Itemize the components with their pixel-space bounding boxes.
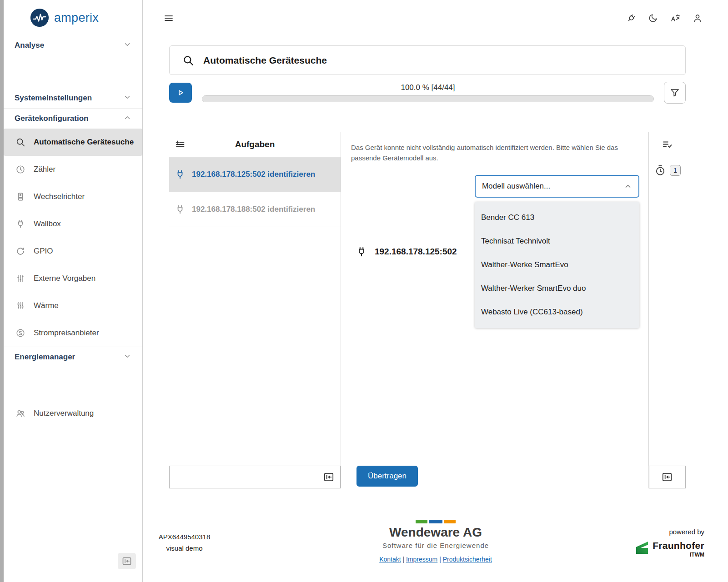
wendeware-color-bar-icon (416, 520, 456, 523)
sidebar-nav: Analyse Systemeinstellungen Gerätekonfig… (4, 35, 142, 426)
app-root: amperix Analyse Systemeinstellungen Gerä… (0, 0, 728, 582)
hamburger-menu-button[interactable] (163, 13, 174, 24)
history-count-badge: 1 (670, 165, 681, 176)
sidebar-item-waerme[interactable]: Wärme (4, 292, 142, 319)
sidebar-item-nutzerverwaltung[interactable]: Nutzerverwaltung (4, 401, 142, 426)
task-row[interactable]: 192.168.178.188:502 identifizieren (169, 192, 341, 227)
company-tagline: Software für die Energiewende (382, 542, 489, 549)
start-scan-button[interactable] (169, 83, 192, 103)
gpio-icon (15, 246, 25, 256)
scan-progress: 100.0 % [44/44] (202, 83, 654, 102)
history-row: 1 (649, 157, 686, 176)
sidebar-item-label: Wärme (34, 301, 59, 310)
scan-progress-section: 100.0 % [44/44] (169, 82, 686, 104)
sidebar-section-geraetekonfiguration[interactable]: Gerätekonfiguration (4, 108, 142, 129)
task-log-button[interactable] (649, 132, 686, 157)
list-check-icon (662, 139, 673, 150)
task-row[interactable]: 192.168.178.125:502 identifizieren (169, 157, 341, 192)
plug-icon (175, 204, 186, 215)
sidebar-section-systemeinstellungen[interactable]: Systemeinstellungen (4, 88, 142, 108)
model-option[interactable]: Walther-Werker SmartEvo duo (475, 277, 639, 300)
sidebar-item-label: Zähler (34, 165, 55, 174)
chevron-down-icon (123, 40, 131, 50)
sidebar-item-strompreisanbieter[interactable]: Strompreisanbieter (4, 319, 142, 347)
device-row: 192.168.178.125:502 Modell auswählen... … (351, 175, 639, 328)
topbar-actions (626, 13, 703, 24)
sidebar-item-wallbox[interactable]: Wallbox (4, 210, 142, 238)
model-option[interactable]: Webasto Live (CC613-based) (475, 300, 639, 324)
sidebar-item-label: Nutzerverwaltung (34, 409, 94, 418)
rail-collapse-button[interactable] (649, 466, 686, 488)
plug-icon (175, 169, 186, 180)
model-select-wrapper: Modell auswählen... Bender CC 613 Techni… (475, 175, 639, 328)
right-rail: 1 (648, 132, 686, 488)
timer-icon (654, 164, 666, 176)
users-icon (15, 408, 25, 418)
sidebar-item-automatische-geraetesuche[interactable]: Automatische Gerätesuche (4, 129, 142, 156)
sidebar-item-wechselrichter[interactable]: Wechselrichter (4, 183, 142, 210)
powered-by-block: powered by Fraunhofer ITWM (635, 528, 704, 558)
top-bar (143, 0, 728, 36)
connection-status-button[interactable] (626, 13, 636, 23)
link-impressum[interactable]: Impressum (406, 556, 437, 563)
content-section: Aufgaben 192.168.178.125:502 identifizie… (169, 132, 686, 488)
language-switch-button[interactable] (670, 13, 681, 24)
funnel-icon (669, 87, 680, 98)
section-label: Systemeinstellungen (15, 94, 92, 103)
price-icon (15, 328, 25, 338)
chevron-down-icon (123, 352, 131, 362)
link-separator: | (403, 556, 405, 563)
sliders-icon (15, 274, 25, 284)
model-option[interactable]: Bender CC 613 (475, 206, 639, 229)
progress-bar (202, 95, 654, 102)
filter-button[interactable] (664, 82, 686, 104)
section-label: Analyse (15, 41, 44, 50)
chevron-down-icon (123, 93, 131, 103)
sidebar: amperix Analyse Systemeinstellungen Gerä… (4, 0, 143, 582)
translate-icon (670, 13, 681, 24)
sidebar-section-energiemanager[interactable]: Energiemanager (4, 347, 142, 367)
sidebar-item-zaehler[interactable]: Zähler (4, 156, 142, 183)
dark-mode-toggle-button[interactable] (648, 13, 658, 23)
company-name: Wendeware AG (389, 525, 482, 540)
link-produktsicherheit[interactable]: Produktsicherheit (443, 556, 492, 563)
sidebar-item-externe-vorgaben[interactable]: Externe Vorgaben (4, 265, 142, 292)
search-icon (15, 137, 25, 147)
search-icon (182, 55, 194, 66)
model-option[interactable]: Walther-Werke SmartEvo (475, 253, 639, 277)
tasks-panel: Aufgaben 192.168.178.125:502 identifizie… (169, 132, 341, 488)
sidebar-item-gpio[interactable]: GPIO (4, 238, 142, 265)
main-area: Automatische Gerätesuche 100.0 % [44/44] (143, 0, 728, 582)
user-account-button[interactable] (693, 13, 703, 23)
history-button[interactable] (654, 164, 666, 176)
link-kontakt[interactable]: Kontakt (379, 556, 401, 563)
window-scrollbar[interactable] (0, 0, 4, 582)
footer-links: Kontakt | Impressum | Produktsicherheit (379, 556, 492, 563)
tasks-title: Aufgaben (169, 139, 341, 149)
sidebar-section-analyse[interactable]: Analyse (4, 35, 142, 55)
progress-label: 100.0 % [44/44] (202, 83, 654, 92)
sidebar-item-label: Wallbox (34, 219, 61, 229)
collapse-left-icon (323, 471, 335, 483)
link-separator: | (439, 556, 441, 563)
playlist-add-icon[interactable] (175, 139, 186, 150)
heat-icon (15, 301, 25, 311)
model-select-value: Modell auswählen... (482, 182, 550, 191)
submit-button[interactable]: Übertragen (356, 466, 418, 487)
device-detail-panel: Das Gerät konnte nicht vollständig autom… (341, 132, 648, 488)
model-select[interactable]: Modell auswählen... (475, 175, 639, 198)
sidebar-item-label: Strompreisanbieter (34, 328, 99, 338)
play-icon (175, 87, 186, 98)
collapse-left-icon (121, 556, 132, 567)
amperix-logo-icon (30, 8, 49, 27)
plug-icon (624, 11, 638, 25)
inverter-icon (15, 192, 25, 202)
device-address: 192.168.178.125:502 (375, 247, 461, 257)
footer: APX6449540318 visual demo Wendeware AG S… (143, 518, 728, 582)
brand-name: amperix (54, 11, 99, 25)
tasks-collapse-button[interactable] (169, 466, 341, 488)
moon-icon (648, 13, 658, 23)
model-option[interactable]: Technisat Technivolt (475, 229, 639, 253)
page-title: Automatische Gerätesuche (203, 55, 327, 66)
sidebar-collapse-button[interactable] (118, 553, 136, 569)
